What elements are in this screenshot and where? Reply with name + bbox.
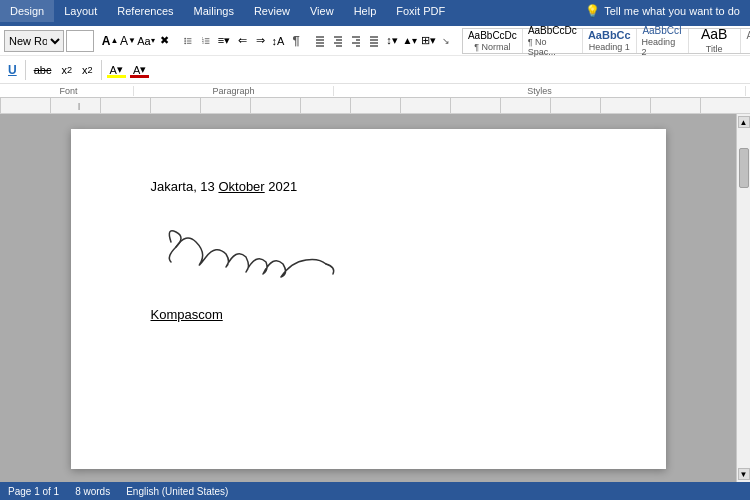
scroll-up-button[interactable]: ▲ <box>738 116 750 128</box>
tab-layout[interactable]: Layout <box>54 0 107 22</box>
date-year: 2021 <box>265 179 298 194</box>
abc-strikethrough-button[interactable]: abc <box>30 61 56 79</box>
status-bar: Page 1 of 1 8 words English (United Stat… <box>0 482 750 500</box>
ribbon-font-row: New Ro 14 A▲ A▼ Aa▾ ✖ 1.2.3. ≡▾ ⇐ ⇒ ↕A ¶ <box>0 26 750 98</box>
align-left-button[interactable] <box>312 32 328 50</box>
styles-gallery: AaBbCcDc ¶ Normal AaBbCcDc ¶ No Spac... … <box>462 28 750 54</box>
style-no-spacing[interactable]: AaBbCcDc ¶ No Spac... <box>523 29 583 53</box>
doc-date-line: Jakarta, 13 Oktober 2021 <box>151 179 606 194</box>
svg-point-4 <box>184 42 186 44</box>
borders-button[interactable]: ⊞▾ <box>420 32 436 50</box>
ruler: | <box>0 98 750 114</box>
style-title-preview: AaB <box>701 27 727 42</box>
sep-fmt2 <box>101 60 102 80</box>
line-spacing-button[interactable]: ↕▾ <box>384 32 400 50</box>
font-section-label: Font <box>4 86 134 96</box>
ruler-marks <box>0 98 750 113</box>
decrease-indent-button[interactable]: ⇐ <box>234 32 250 50</box>
style-subtitle[interactable]: AaBbCcI Subtitle <box>741 29 750 53</box>
style-normal[interactable]: AaBbCcDc ¶ Normal <box>463 29 523 53</box>
svg-point-2 <box>184 40 186 42</box>
style-title[interactable]: AaB Title <box>689 29 741 53</box>
signature-svg <box>151 212 351 297</box>
align-center-button[interactable] <box>330 32 346 50</box>
lightbulb-icon: 💡 <box>585 4 600 18</box>
tab-view[interactable]: View <box>300 0 344 22</box>
multilevel-button[interactable]: ≡▾ <box>216 32 232 50</box>
increase-indent-button[interactable]: ⇒ <box>252 32 268 50</box>
svg-point-0 <box>184 37 186 39</box>
style-heading1-label: Heading 1 <box>589 42 630 52</box>
font-name-select[interactable]: New Ro <box>4 30 64 52</box>
change-case-button[interactable]: Aa▾ <box>138 32 154 50</box>
tab-foxit[interactable]: Foxit PDF <box>386 0 455 22</box>
justify-button[interactable] <box>366 32 382 50</box>
style-subtitle-preview: AaBbCcI <box>746 30 750 41</box>
tab-help[interactable]: Help <box>344 0 387 22</box>
style-heading1-preview: AaBbCc <box>588 29 631 41</box>
style-title-label: Title <box>706 44 723 54</box>
font-color-button[interactable]: A▾ <box>129 61 150 79</box>
tab-references[interactable]: References <box>107 0 183 22</box>
style-no-spacing-label: ¶ No Spac... <box>528 37 577 57</box>
doc-signer-name: Kompascom <box>151 307 606 322</box>
status-language: English (United States) <box>126 486 228 497</box>
subscript-button[interactable]: x2 <box>57 61 76 79</box>
scroll-down-button[interactable]: ▼ <box>738 468 750 480</box>
section-labels: Font Paragraph Styles <box>0 84 750 98</box>
paragraph-settings-button[interactable]: ↘ <box>438 32 454 50</box>
style-heading1[interactable]: AaBbCc Heading 1 <box>583 29 637 53</box>
paragraph-section-label: Paragraph <box>134 86 334 96</box>
svg-text:3.: 3. <box>202 41 205 45</box>
font-highlight-button[interactable]: A▾ <box>106 61 127 79</box>
status-words: 8 words <box>75 486 110 497</box>
clear-format-button[interactable]: ✖ <box>156 32 172 50</box>
tell-me-bar[interactable]: 💡 Tell me what you want to do <box>575 0 750 22</box>
status-page: Page 1 of 1 <box>8 486 59 497</box>
date-month: Oktober <box>218 179 264 194</box>
superscript-button[interactable]: x2 <box>78 61 97 79</box>
numbering-button[interactable]: 1.2.3. <box>198 32 214 50</box>
word-page: Jakarta, 13 Oktober 2021 Kompascom <box>71 129 666 469</box>
tab-mailings[interactable]: Mailings <box>184 0 244 22</box>
sep-fmt <box>25 60 26 80</box>
style-normal-preview: AaBbCcDc <box>468 30 517 41</box>
date-prefix: Jakarta, 13 <box>151 179 219 194</box>
tab-review[interactable]: Review <box>244 0 300 22</box>
ribbon-tabs-bar: Design Layout References Mailings Review… <box>0 0 750 26</box>
scrollbar-thumb[interactable] <box>739 148 749 188</box>
app-window: Design Layout References Mailings Review… <box>0 0 750 500</box>
style-heading2[interactable]: AaBbCcI Heading 2 <box>637 29 689 53</box>
document-scroll-area: Jakarta, 13 Oktober 2021 Kompascom <box>0 114 736 482</box>
vertical-scrollbar[interactable]: ▲ ▼ <box>736 114 750 482</box>
signature-image-area <box>151 212 606 297</box>
align-right-button[interactable] <box>348 32 364 50</box>
sort-button[interactable]: ↕A <box>270 32 286 50</box>
font-size-input[interactable]: 14 <box>66 30 94 52</box>
show-paragraph-button[interactable]: ¶ <box>288 32 304 50</box>
shrink-font-button[interactable]: A▼ <box>120 32 136 50</box>
style-heading2-label: Heading 2 <box>642 37 683 57</box>
tab-design[interactable]: Design <box>0 0 54 22</box>
style-no-spacing-preview: AaBbCcDc <box>528 25 577 36</box>
underline-button[interactable]: U <box>4 61 21 79</box>
shading-button[interactable]: ▲▾ <box>402 32 418 50</box>
tell-me-label: Tell me what you want to do <box>604 5 740 17</box>
content-area: Jakarta, 13 Oktober 2021 Kompascom ▲ <box>0 114 750 482</box>
styles-section-label: Styles <box>334 86 746 96</box>
style-heading2-preview: AaBbCcI <box>642 25 681 36</box>
bullets-button[interactable] <box>180 32 196 50</box>
grow-font-button[interactable]: A▲ <box>102 32 118 50</box>
style-normal-label: ¶ Normal <box>474 42 510 52</box>
